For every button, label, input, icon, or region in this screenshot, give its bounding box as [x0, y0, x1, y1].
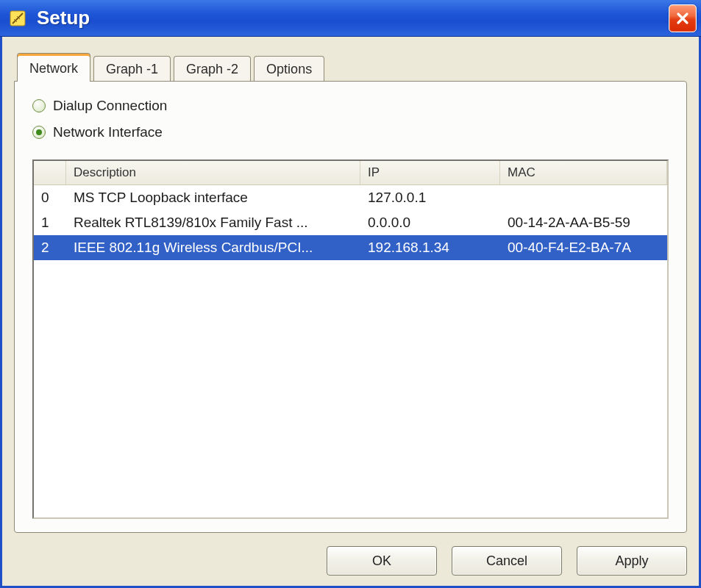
list-item[interactable]: 0 MS TCP Loopback interface 127.0.0.1 [34, 185, 667, 210]
apply-button[interactable]: Apply [577, 546, 687, 576]
client-area: Network Graph -1 Graph -2 Options Dialup… [0, 37, 701, 588]
ok-button[interactable]: OK [327, 546, 437, 576]
radio-label: Dialup Connection [53, 98, 167, 114]
radio-icon [32, 126, 46, 139]
button-label: OK [372, 553, 391, 569]
radio-label: Network Interface [53, 124, 163, 140]
app-icon [7, 8, 28, 29]
tab-label: Graph -2 [186, 62, 238, 76]
tab-graph-2[interactable]: Graph -2 [174, 56, 251, 82]
list-item[interactable]: 2 IEEE 802.11g Wireless Cardbus/PCI... 1… [34, 235, 667, 260]
radio-icon [32, 99, 46, 112]
cell-description: IEEE 802.11g Wireless Cardbus/PCI... [66, 237, 360, 259]
cell-mac [500, 195, 667, 201]
tab-label: Graph -1 [106, 62, 158, 76]
close-button[interactable] [669, 4, 697, 32]
cell-ip: 192.168.1.34 [360, 237, 500, 259]
tab-panel-network: Dialup Connection Network Interface Desc… [14, 81, 687, 533]
close-icon [675, 11, 690, 26]
titlebar: Setup [0, 0, 701, 37]
tab-label: Network [29, 61, 78, 76]
tab-network[interactable]: Network [17, 53, 90, 81]
tab-graph-1[interactable]: Graph -1 [93, 56, 171, 82]
cell-index: 1 [34, 212, 66, 234]
list-header-mac[interactable]: MAC [500, 161, 667, 184]
cell-index: 2 [34, 237, 66, 259]
button-label: Cancel [486, 553, 527, 569]
cell-index: 0 [34, 187, 66, 209]
tabstrip: Network Graph -1 Graph -2 Options [17, 50, 687, 81]
cancel-button[interactable]: Cancel [452, 546, 562, 576]
cell-mac: 00-40-F4-E2-BA-7A [500, 237, 667, 259]
tab-options[interactable]: Options [254, 56, 324, 82]
cell-mac: 00-14-2A-AA-B5-59 [500, 212, 667, 234]
radio-selected-dot-icon [36, 129, 42, 135]
network-interfaces-list[interactable]: Description IP MAC 0 MS TCP Loopback int… [32, 159, 669, 519]
tab-label: Options [266, 62, 312, 76]
list-header-description[interactable]: Description [66, 161, 360, 184]
window-title: Setup [37, 7, 669, 29]
cell-description: MS TCP Loopback interface [66, 187, 360, 209]
cell-ip: 0.0.0.0 [360, 212, 500, 234]
list-header: Description IP MAC [34, 161, 667, 185]
radio-dialup[interactable]: Dialup Connection [32, 98, 669, 114]
dialog-button-row: OK Cancel Apply [14, 533, 687, 576]
button-label: Apply [615, 553, 648, 569]
list-header-index[interactable] [34, 161, 66, 184]
list-body: 0 MS TCP Loopback interface 127.0.0.1 1 … [34, 185, 667, 517]
cell-description: Realtek RTL8139/810x Family Fast ... [66, 212, 360, 234]
cell-ip: 127.0.0.1 [360, 187, 500, 209]
radio-network-interface[interactable]: Network Interface [32, 124, 669, 140]
list-header-ip[interactable]: IP [360, 161, 500, 184]
list-item[interactable]: 1 Realtek RTL8139/810x Family Fast ... 0… [34, 210, 667, 235]
